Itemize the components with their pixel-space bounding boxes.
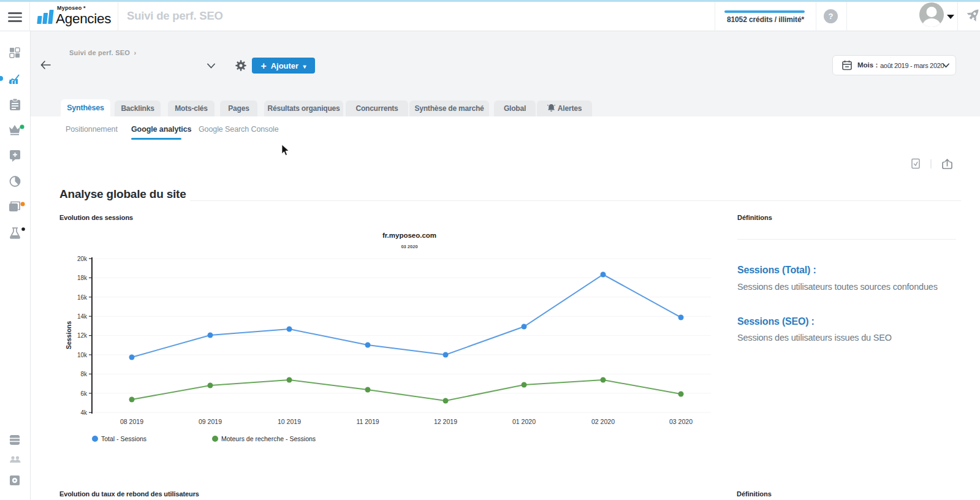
svg-text:10k: 10k	[77, 352, 88, 358]
svg-text:11 2019: 11 2019	[356, 418, 379, 425]
svg-text:12k: 12k	[77, 332, 88, 339]
svg-text:Moteurs de recherche - Session: Moteurs de recherche - Sessions	[221, 435, 316, 442]
svg-text:12 2019: 12 2019	[434, 418, 457, 425]
svg-text:Sessions: Sessions	[65, 321, 72, 349]
svg-text:18k: 18k	[77, 275, 88, 281]
svg-text:10 2019: 10 2019	[278, 418, 301, 425]
svg-text:20k: 20k	[77, 256, 88, 262]
svg-text:Total - Sessions: Total - Sessions	[101, 435, 146, 442]
svg-text:01 2020: 01 2020	[512, 418, 536, 425]
svg-text:6k: 6k	[80, 390, 88, 397]
svg-text:8k: 8k	[80, 371, 88, 377]
svg-text:14k: 14k	[77, 313, 88, 320]
svg-text:4k: 4k	[80, 409, 88, 416]
svg-text:03 2020: 03 2020	[669, 418, 693, 425]
svg-text:16k: 16k	[77, 294, 88, 301]
svg-text:09 2019: 09 2019	[199, 418, 222, 425]
svg-text:08 2019: 08 2019	[120, 418, 143, 425]
svg-text:02 2020: 02 2020	[591, 418, 615, 425]
